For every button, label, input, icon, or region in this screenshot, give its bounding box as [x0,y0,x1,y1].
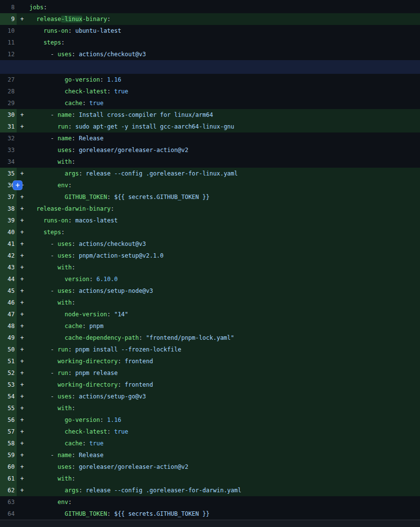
diff-marker [17,97,27,109]
line-number[interactable]: 54 [0,391,17,402]
code-text: steps: [27,226,420,238]
diff-marker: + [17,273,27,285]
diff-marker: + [17,238,27,250]
line-number[interactable]: 8 [0,1,17,13]
line-number[interactable]: 62 [0,484,17,496]
line-number[interactable]: 50 [0,344,17,355]
diff-line-8: 8jobs: [0,1,420,13]
line-number[interactable]: 42 [0,250,17,262]
diff-marker: + [17,367,27,379]
diff-code-lines: 8jobs:9+ release-linux-binary:10 runs-on… [0,1,420,520]
diff-line-10: 10 runs-on: ubuntu-latest [0,25,420,37]
code-text: cache: true [27,438,420,449]
diff-line-33: 33 uses: goreleaser/goreleaser-action@v2 [0,144,420,156]
diff-line-56: 56+ go-version: 1.16 [0,414,420,426]
line-number[interactable]: 30 [0,109,17,121]
diff-marker: + [17,402,27,414]
line-number[interactable]: 63 [0,496,17,508]
line-number[interactable]: 28 [0,86,17,97]
code-text: with: [27,297,420,308]
line-number[interactable]: 41 [0,238,17,250]
line-number[interactable]: 47 [0,308,17,320]
line-number[interactable]: 46 [0,297,17,308]
diff-line-53: 53+ working-directory: frontend [0,379,420,391]
line-number[interactable]: 56 [0,414,17,426]
line-number[interactable]: 60 [0,461,17,473]
line-number[interactable]: 27 [0,74,17,86]
line-number[interactable]: 9 [0,13,17,25]
line-number[interactable]: 61 [0,473,17,484]
code-text: - name: Release [27,132,420,144]
line-number[interactable]: 58 [0,438,17,449]
line-number[interactable]: 34 [0,156,17,168]
line-number[interactable]: 43 [0,262,17,273]
line-number[interactable]: 33 [0,144,17,156]
diff-marker [17,508,27,520]
diff-line-58: 58+ cache: true [0,438,420,449]
code-text: cache: true [27,97,420,109]
diff-line-50: 50+ - run: pnpm install --frozen-lockfil… [0,344,420,355]
diff-marker: + [17,203,27,215]
diff-marker [17,132,27,144]
diff-line-47: 47+ node-version: "14" [0,308,420,320]
code-text: working-directory: frontend [27,355,420,367]
diff-line-40: 40+ steps: [0,226,420,238]
line-number[interactable]: 40 [0,226,17,238]
line-number[interactable]: 35 [0,168,17,179]
code-text: with: [27,402,420,414]
add-comment-button[interactable]: + [13,180,22,190]
diff-marker: + [17,320,27,332]
code-text: runs-on: macos-latest [27,215,420,226]
line-number[interactable]: 59 [0,449,17,461]
line-number[interactable]: 53 [0,379,17,391]
code-text: check-latest: true [27,426,420,438]
diff-expand-row[interactable] [0,60,420,74]
line-number[interactable]: 55 [0,402,17,414]
diff-line-28: 28 check-latest: true [0,86,420,97]
line-number[interactable]: 44 [0,273,17,285]
diff-line-42: 42+ - uses: pnpm/action-setup@v2.1.0 [0,250,420,262]
diff-line-29: 29 cache: true [0,97,420,109]
diff-marker [17,144,27,156]
diff-marker: + [17,285,27,297]
diff-marker: + [17,379,27,391]
diff-marker: + [17,344,27,355]
code-text: node-version: "14" [27,308,420,320]
line-number[interactable]: 39 [0,215,17,226]
diff-marker [17,1,27,13]
line-number[interactable]: 49 [0,332,17,344]
diff-marker: + [17,484,27,496]
diff-marker: + [17,308,27,320]
line-number[interactable]: 45 [0,285,17,297]
code-text: GITHUB_TOKEN: ${{ secrets.GITHUB_TOKEN }… [27,191,420,203]
line-number[interactable]: 37 [0,191,17,203]
line-number[interactable]: 31 [0,121,17,132]
line-number[interactable]: 11 [0,37,17,48]
diff-marker [17,74,27,86]
diff-line-51: 51+ working-directory: frontend [0,355,420,367]
diff-line-43: 43+ with: [0,262,420,273]
line-number[interactable]: 57 [0,426,17,438]
line-number[interactable]: 48 [0,320,17,332]
line-number[interactable]: 32 [0,132,17,144]
diff-marker: + [17,449,27,461]
line-number[interactable]: 12 [0,48,17,60]
code-text: - uses: actions/setup-go@v3 [27,391,420,402]
code-text: check-latest: true [27,86,420,97]
diff-marker [17,37,27,48]
diff-line-48: 48+ cache: pnpm [0,320,420,332]
line-number[interactable]: 38 [0,203,17,215]
line-number[interactable]: 51 [0,355,17,367]
code-text: args: release --config .goreleaser-for-d… [27,484,420,496]
diff-marker: + [17,355,27,367]
line-number[interactable]: 64 [0,508,17,520]
diff-line-9: 9+ release-linux-binary: [0,13,420,25]
code-text: go-version: 1.16 [27,414,420,426]
diff-marker: + [17,250,27,262]
line-number[interactable]: 29 [0,97,17,109]
code-text: with: [27,473,420,484]
code-text: env: [27,179,420,191]
diff-line-60: 60+ uses: goreleaser/goreleaser-action@v… [0,461,420,473]
line-number[interactable]: 10 [0,25,17,37]
line-number[interactable]: 52 [0,367,17,379]
